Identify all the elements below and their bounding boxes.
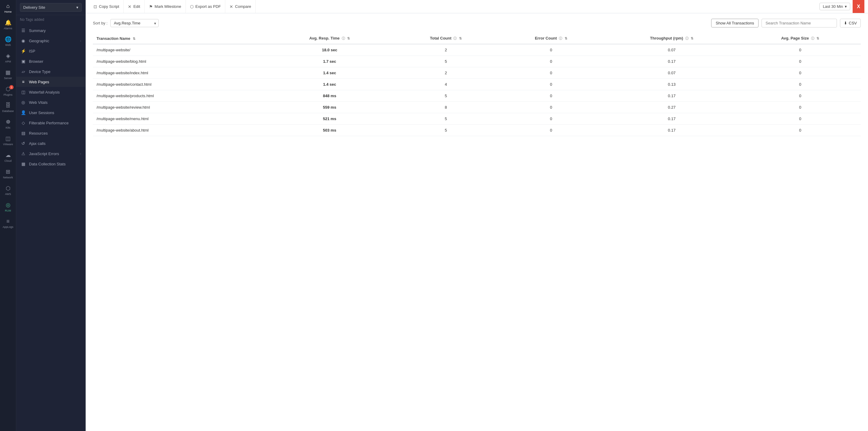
sidebar-item-ajax-calls[interactable]: ↺ Ajax calls xyxy=(16,138,85,148)
sidebar-item-isp[interactable]: ⚡ ISP xyxy=(16,46,85,56)
col-label-throughput: Throughput (rpm) xyxy=(650,36,683,40)
info-icon-error-count: ⓘ xyxy=(559,36,562,40)
icon-nav-item-aws[interactable]: ⬡ AWS xyxy=(0,182,16,199)
table-row: /multipage-website/blog.html 1.7 sec 5 0… xyxy=(93,56,861,67)
sort-select-wrap: Avg.Resp.TimeTotal CountError CountThrou… xyxy=(111,19,159,27)
cell-error-count-1: 0 xyxy=(498,56,604,67)
cell-error-count-6: 0 xyxy=(498,113,604,125)
icon-nav-label-server: Server xyxy=(4,77,12,80)
download-icon: ⬇ xyxy=(844,21,847,25)
cell-avg-page-5: 0 xyxy=(740,102,861,113)
sidebar-item-javascript-errors[interactable]: ⚠ JavaScript Errors › xyxy=(16,148,85,159)
cell-throughput-4: 0.17 xyxy=(604,90,740,102)
sidebar-label-user-sessions: User Sessions xyxy=(29,111,81,115)
sidebar-item-browser[interactable]: ▣ Browser xyxy=(16,56,85,66)
apm-icon: ◈ xyxy=(6,53,10,59)
sidebar-label-javascript-errors: JavaScript Errors xyxy=(29,151,77,156)
icon-nav-item-cloud[interactable]: ☁ Cloud xyxy=(0,149,16,165)
sidebar-dropdown[interactable]: Delivery Site ▾ xyxy=(20,3,82,12)
sidebar-item-resources[interactable]: ▤ Resources xyxy=(16,128,85,138)
user-sessions-icon: 👤 xyxy=(21,110,26,115)
icon-nav-item-home[interactable]: ⌂ Home xyxy=(0,0,16,16)
col-header-throughput[interactable]: Throughput (rpm) ⓘ ⇅ xyxy=(604,33,740,44)
sidebar-item-waterfall-analysis[interactable]: ◫ Waterfall Analysis xyxy=(16,87,85,97)
export-pdf-label: Export as PDF xyxy=(195,4,221,9)
copy-script-button[interactable]: ⊡ Copy Script xyxy=(89,0,124,13)
col-header-transaction-name[interactable]: Transaction Name ⇅ xyxy=(93,33,266,44)
col-header-avg-page-size[interactable]: Avg. Page Size ⓘ ⇅ xyxy=(740,33,861,44)
cell-avg-page-7: 0 xyxy=(740,125,861,136)
applogs-icon: ≡ xyxy=(6,218,10,225)
table-row: /multipage-website/index.html 1.4 sec 2 … xyxy=(93,67,861,79)
cell-error-count-7: 0 xyxy=(498,125,604,136)
copy-script-label: Copy Script xyxy=(99,4,119,9)
icon-nav-item-database[interactable]: 🗄 Database xyxy=(0,99,16,116)
cell-name-2: /multipage-website/index.html xyxy=(93,67,266,79)
sort-select[interactable]: Avg.Resp.TimeTotal CountError CountThrou… xyxy=(111,19,159,27)
icon-nav-item-alarms[interactable]: 🔔 Alarms xyxy=(0,16,16,33)
show-all-transactions-button[interactable]: Show All Transactions xyxy=(711,19,758,27)
col-header-avg-resp-time[interactable]: Avg. Resp. Time ⓘ ⇅ xyxy=(266,33,394,44)
sidebar-item-data-collection-stats[interactable]: ▦ Data Collection Stats xyxy=(16,159,85,169)
compare-button[interactable]: ✕ Compare xyxy=(225,0,255,13)
cell-total-count-6: 5 xyxy=(394,113,498,125)
sidebar-item-web-vitals[interactable]: ◎ Web Vitals xyxy=(16,97,85,108)
icon-nav-label-database: Database xyxy=(2,110,14,113)
sidebar-item-web-pages[interactable]: ≡ Web Pages xyxy=(16,77,85,87)
cell-avg-resp-7: 503 ms xyxy=(266,125,394,136)
cell-error-count-2: 0 xyxy=(498,67,604,79)
mark-milestone-button[interactable]: ⚑ Mark Milestone xyxy=(145,0,186,13)
icon-nav-item-network[interactable]: ⊞ Network xyxy=(0,165,16,182)
icon-nav-item-apm[interactable]: ◈ APM xyxy=(0,50,16,66)
cloud-icon: ☁ xyxy=(5,152,11,159)
csv-button[interactable]: ⬇ CSV xyxy=(840,19,861,27)
export-pdf-button[interactable]: ⬡ Export as PDF xyxy=(186,0,226,13)
icon-nav-item-plugins[interactable]: ⬡ Plugins 1 xyxy=(0,83,16,99)
sidebar-item-filterable-performance[interactable]: ◇ Filterable Performance xyxy=(16,118,85,128)
cell-error-count-3: 0 xyxy=(498,79,604,90)
col-label-transaction-name: Transaction Name xyxy=(96,36,130,41)
col-header-total-count[interactable]: Total Count ⓘ ⇅ xyxy=(394,33,498,44)
cell-throughput-5: 0.27 xyxy=(604,102,740,113)
web-icon: 🌐 xyxy=(5,36,11,42)
export-pdf-icon: ⬡ xyxy=(190,4,194,9)
icon-nav-item-rum[interactable]: ◎ RUM xyxy=(0,199,16,215)
edit-button[interactable]: ✕ Edit xyxy=(124,0,145,13)
sidebar-label-device-type: Device Type xyxy=(29,69,81,74)
cell-throughput-7: 0.17 xyxy=(604,125,740,136)
icon-nav-item-server[interactable]: ▦ Server xyxy=(0,66,16,83)
time-select[interactable]: Last 30 Min ▾ xyxy=(819,3,850,10)
chevron-right-icon: › xyxy=(80,152,81,155)
icon-nav-item-web[interactable]: 🌐 Web xyxy=(0,33,16,50)
table-row: /multipage-website/about.html 503 ms 5 0… xyxy=(93,125,861,136)
sidebar-label-geographic: Geographic xyxy=(29,39,77,43)
cell-name-6: /multipage-website/menu.html xyxy=(93,113,266,125)
cell-avg-page-6: 0 xyxy=(740,113,861,125)
sidebar-item-geographic[interactable]: ◉ Geographic › xyxy=(16,36,85,46)
cell-avg-resp-1: 1.7 sec xyxy=(266,56,394,67)
icon-nav-item-k8s[interactable]: ☸ K8s xyxy=(0,116,16,132)
close-button[interactable]: X xyxy=(852,0,864,13)
col-header-error-count[interactable]: Error Count ⓘ ⇅ xyxy=(498,33,604,44)
sidebar-header: Delivery Site ▾ xyxy=(16,0,85,15)
chevron-right-icon: › xyxy=(80,39,81,42)
sort-icon-avg-resp-time: ⇅ xyxy=(347,36,350,40)
sort-icon-avg-page-size: ⇅ xyxy=(816,36,819,40)
icon-nav-label-cloud: Cloud xyxy=(4,160,12,162)
icon-nav-item-applogs[interactable]: ≡ AppLogs xyxy=(0,215,16,231)
icon-nav-item-vmware[interactable]: ◫ VMware xyxy=(0,132,16,149)
cell-avg-page-4: 0 xyxy=(740,90,861,102)
sidebar-item-user-sessions[interactable]: 👤 User Sessions xyxy=(16,108,85,118)
cell-throughput-3: 0.13 xyxy=(604,79,740,90)
geographic-icon: ◉ xyxy=(21,38,26,43)
compare-icon: ✕ xyxy=(229,4,233,9)
summary-icon: ☰ xyxy=(21,28,26,33)
sidebar-item-device-type[interactable]: ▱ Device Type xyxy=(16,66,85,77)
transactions-table: Transaction Name ⇅ Avg. Resp. Time ⓘ ⇅ T… xyxy=(93,33,861,136)
icon-nav-label-web: Web xyxy=(5,44,10,47)
mark-milestone-label: Mark Milestone xyxy=(155,4,181,9)
cell-throughput-0: 0.07 xyxy=(604,44,740,56)
search-transaction-input[interactable] xyxy=(762,19,837,27)
compare-label: Compare xyxy=(235,4,251,9)
sidebar-item-summary[interactable]: ☰ Summary xyxy=(16,25,85,36)
